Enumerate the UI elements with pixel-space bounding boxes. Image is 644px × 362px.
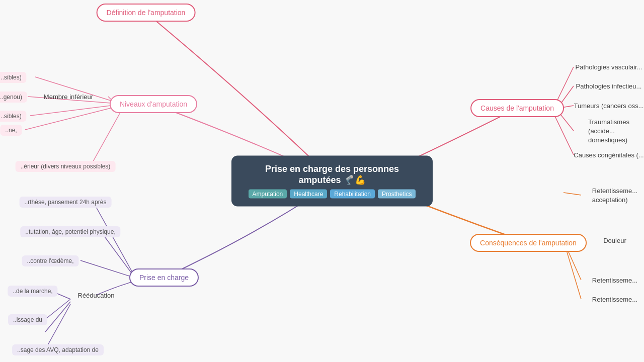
leaf-path-vasc: Pathologies vasculair... [576, 62, 642, 71]
sibles1-text: ..sibles) [0, 72, 27, 83]
leaf-prothese: ..rthèse, pansement 24h après [20, 197, 112, 206]
traumatismes-text: Traumatismes (accide... domestiques) [588, 118, 629, 144]
leaf-apprentissage: ..issage du [8, 315, 47, 324]
sibles2-text: ..sibles) [0, 111, 27, 122]
leaf-marche: ..de la marche, [8, 286, 57, 295]
leaf-divers: ..érieur (divers niveaux possibles) [16, 161, 116, 170]
leaf-sibles2: ..sibles) [0, 111, 27, 120]
leaf-sibles1: ..sibles) [0, 72, 27, 81]
leaf-douleur: Douleur [603, 236, 626, 245]
svg-line-4 [553, 113, 574, 155]
svg-line-10 [45, 302, 70, 332]
membre-inf-label: Membre inférieur [44, 93, 93, 101]
svg-line-14 [80, 260, 131, 277]
path-inf-text: Pathologies infectieu... [576, 82, 642, 90]
congenitales-text: Causes congénitales (... [574, 151, 643, 159]
node-consequences[interactable]: Conséquences de l'amputation [470, 234, 587, 252]
svg-line-8 [566, 249, 581, 299]
prothese-text: ..rthèse, pansement 24h après [20, 197, 112, 208]
ne-text: ..ne, [0, 125, 22, 136]
tumeurs-text: Tumeurs (cancers oss... [574, 102, 644, 110]
leaf-ne: ..ne, [0, 125, 22, 134]
avq-text: ..sage des AVQ, adaptation de [12, 344, 104, 355]
prise-charge-label[interactable]: Prise en charge [129, 268, 199, 287]
leaf-retentissement3: Retentisseme... [592, 295, 637, 304]
svg-line-17 [30, 106, 111, 116]
leaf-path-inf: Pathologies infectieu... [576, 81, 642, 90]
central-tags: Amputation Healthcare Rehabilitation Pro… [244, 190, 421, 199]
reeducation-label: Rééducation [78, 292, 115, 299]
divers-text: ..érieur (divers niveaux possibles) [16, 161, 116, 172]
node-membre-inf: Membre inférieur [44, 92, 93, 101]
svg-line-18 [25, 108, 111, 130]
svg-line-5 [564, 193, 581, 195]
definition-label[interactable]: Définition de l'amputation [97, 4, 196, 22]
causes-label[interactable]: Causes de l'amputation [470, 99, 564, 117]
mindmap-canvas: Prise en charge des personnes amputées 🦿… [0, 0, 644, 362]
retentissement-acc-text: Retentisseme... acceptation) [592, 187, 637, 204]
central-title: Prise en charge des personnes amputées 🦿… [244, 164, 421, 186]
node-reeducation: Rééducation [78, 291, 115, 300]
niveaux-label[interactable]: Niveaux d'amputation [110, 95, 197, 113]
retentissement2-text: Retentisseme... [592, 277, 637, 284]
svg-line-9 [45, 299, 70, 319]
leaf-avq: ..sage des AVQ, adaptation de [12, 345, 104, 354]
svg-line-19 [91, 112, 121, 166]
svg-line-13 [101, 231, 133, 276]
leaf-genou: ..genou) [0, 92, 27, 101]
node-prise-charge[interactable]: Prise en charge [129, 268, 199, 287]
bilan-text: ..tutation, âge, potentiel physique, [20, 226, 120, 237]
leaf-traumatismes: Traumatismes (accide... domestiques) [588, 117, 629, 144]
oedeme-text: ..contre l'œdème, [22, 255, 79, 266]
genou-text: ..genou) [0, 92, 27, 103]
apprentissage-text: ..issage du [8, 314, 47, 325]
tag-amputation[interactable]: Amputation [249, 190, 287, 199]
path-vasc-text: Pathologies vasculair... [576, 63, 642, 71]
leaf-congenitales: Causes congénitales (... [574, 150, 643, 159]
consequences-label[interactable]: Conséquences de l'amputation [470, 234, 587, 252]
central-node[interactable]: Prise en charge des personnes amputées 🦿… [231, 156, 433, 207]
svg-line-12 [93, 202, 133, 274]
node-causes[interactable]: Causes de l'amputation [470, 99, 564, 117]
tag-rehabilitation[interactable]: Rehabilitation [330, 190, 375, 199]
retentissement3-text: Retentisseme... [592, 296, 637, 303]
leaf-retentissement2: Retentisseme... [592, 276, 637, 285]
node-niveaux[interactable]: Niveaux d'amputation [110, 95, 197, 113]
svg-line-11 [45, 304, 70, 349]
marche-text: ..de la marche, [8, 286, 57, 297]
node-definition[interactable]: Définition de l'amputation [97, 4, 196, 22]
tag-prosthetics[interactable]: Prosthetics [378, 190, 416, 199]
douleur-text: Douleur [603, 237, 626, 244]
leaf-tumeurs: Tumeurs (cancers oss... [574, 101, 644, 110]
leaf-retentissement-acc: Retentisseme... acceptation) [592, 186, 637, 204]
tag-healthcare[interactable]: Healthcare [290, 190, 327, 199]
leaf-bilan: ..tutation, âge, potentiel physique, [20, 227, 120, 236]
leaf-oedeme: ..contre l'œdème, [22, 256, 79, 265]
